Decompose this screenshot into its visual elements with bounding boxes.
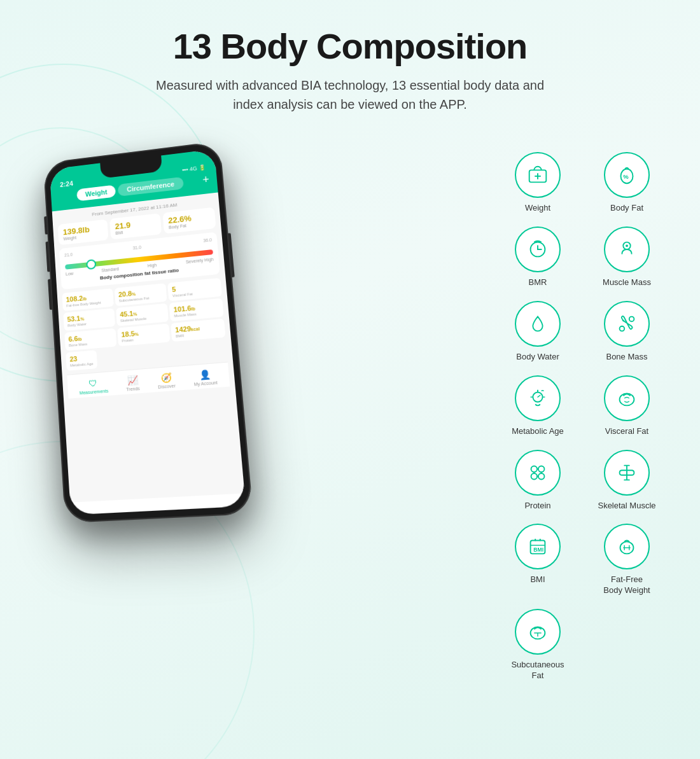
nav-discover-label: Discover [158, 384, 176, 389]
bmr-feature-label: BMR [529, 277, 547, 288]
app-body: From September 17, 2022 at 11:16 AM 139.… [52, 192, 245, 502]
bone-icon [615, 312, 639, 336]
svg-text:BMI: BMI [533, 547, 543, 553]
feature-visceral: Visceral Fat [592, 375, 662, 437]
visceral-icon-circle [604, 375, 650, 421]
phone-mockup: 2:24 ▪▪▪ 4G 🔋 Weight Circumference + Fro… [43, 141, 253, 523]
weight-stat: 139.8lb Weight [58, 219, 109, 245]
nav-account-label: My Account [193, 380, 218, 387]
protein-icon-circle [515, 450, 561, 496]
metabolic-feature-label: Metabolic Age [512, 426, 564, 437]
metric-muscle: 101.6lb Muscle Mass [169, 298, 224, 322]
bmi-stat: 21.9 BMI [109, 213, 162, 239]
water-feature-label: Body Water [516, 352, 559, 363]
feature-subcut: SubcutaneousFat [503, 609, 573, 681]
muscle-icon [615, 237, 639, 261]
water-icon [526, 312, 550, 336]
muscle-icon-circle [604, 226, 650, 272]
app-add-button[interactable]: + [202, 173, 209, 186]
bone-feature-label: Bone Mass [606, 352, 647, 363]
fatfree-feature-label: Fat-FreeBody Weight [603, 574, 650, 596]
metric-water: 53.1% Body Water [63, 308, 115, 331]
metric-skeletal: 45.1% Skeletal Muscle [116, 303, 169, 326]
gauge-high: High [148, 263, 157, 268]
bmr-icon [526, 237, 550, 261]
phone-button-vol-down [48, 279, 52, 310]
fatfree-icon-circle [604, 524, 650, 569]
svg-point-12 [531, 466, 538, 472]
feature-bodyfat: % Body Fat [592, 152, 662, 214]
measurements-icon: 🛡 [88, 378, 98, 389]
metric-bmr: 1429kcal BMR [171, 319, 225, 342]
account-icon: 👤 [199, 369, 211, 380]
nav-measurements[interactable]: 🛡 Measurements [79, 377, 109, 395]
bodyfat-icon-circle: % [604, 152, 650, 198]
weight-feature-label: Weight [525, 203, 550, 214]
gauge-pointer [86, 259, 96, 270]
fatfree-icon [615, 534, 639, 559]
nav-discover[interactable]: 🧭 Discover [157, 372, 176, 389]
svg-point-15 [538, 473, 545, 480]
phone-screen: 2:24 ▪▪▪ 4G 🔋 Weight Circumference + Fro… [50, 149, 246, 515]
feature-bmr: BMR [503, 226, 573, 288]
weight-icon-circle [515, 152, 561, 198]
bone-icon-circle [604, 301, 650, 347]
bmi-icon-circle: BMI [515, 524, 561, 569]
bodyfat-feature-label: Body Fat [610, 203, 643, 214]
bmr-icon-circle [515, 226, 561, 272]
metabolic-icon-circle [515, 375, 561, 421]
protein-feature-label: Protein [524, 501, 550, 512]
bodyfat-stat: 22.6% Body Fat [162, 207, 216, 234]
bmi-icon: BMI [526, 534, 550, 559]
svg-point-9 [629, 316, 634, 321]
page-title: 13 Body Composition [13, 25, 687, 67]
tab-circumference[interactable]: Circumference [118, 176, 183, 196]
subcut-feature-label: SubcutaneousFat [511, 660, 564, 681]
feature-metabolic: Metabolic Age [503, 375, 573, 437]
bmi-feature-label: BMI [530, 574, 545, 585]
nav-measurements-label: Measurements [80, 389, 109, 395]
feature-muscle: Muscle Mass [592, 226, 662, 288]
nav-trends[interactable]: 📈 Trends [125, 375, 140, 392]
phone-button-power [228, 233, 235, 277]
visceral-icon [615, 386, 639, 410]
page-header: 13 Body Composition Measured with advanc… [0, 0, 700, 127]
page-subtitle: Measured with advanced BIA technology, 1… [153, 76, 547, 114]
metric-bone: 6.6lb Bone Mass [64, 328, 116, 351]
svg-point-14 [531, 473, 538, 480]
features-grid: Weight % Body Fat BMR [503, 139, 662, 681]
metric-fat-free: 108.2lb Fat-free Body Weight [62, 288, 113, 311]
metric-metabolic-age: 23 Metabolic Age [66, 350, 97, 371]
feature-bmi: BMI BMI [503, 524, 573, 596]
discover-icon: 🧭 [160, 372, 172, 384]
muscle-feature-label: Muscle Mass [603, 277, 651, 288]
nav-account[interactable]: 👤 My Account [193, 368, 218, 386]
feature-weight: Weight [503, 152, 573, 214]
water-icon-circle [515, 301, 561, 347]
svg-point-7 [626, 244, 628, 247]
trends-icon: 📈 [127, 375, 138, 386]
gauge-severely-high: Severely High [186, 257, 214, 264]
nav-trends-label: Trends [126, 386, 140, 392]
svg-point-13 [538, 466, 545, 472]
phone-button-vol-up [46, 242, 50, 272]
metabolic-icon [526, 386, 550, 410]
bodyfat-icon: % [615, 163, 639, 187]
protein-icon [526, 461, 550, 485]
main-content: 2:24 ▪▪▪ 4G 🔋 Weight Circumference + Fro… [0, 127, 700, 681]
app-metrics-grid: 108.2lb Fat-free Body Weight 20.8% Subcu… [62, 278, 225, 351]
skeletal-icon-circle [604, 450, 650, 496]
svg-point-8 [620, 326, 625, 331]
phone-container: 2:24 ▪▪▪ 4G 🔋 Weight Circumference + Fro… [25, 146, 293, 515]
feature-protein: Protein [503, 450, 573, 512]
tab-weight[interactable]: Weight [76, 185, 116, 201]
metric-protein: 18.5% Protein [117, 323, 171, 346]
weight-icon [526, 163, 550, 187]
svg-point-11 [620, 393, 634, 405]
skeletal-feature-label: Skeletal Muscle [598, 501, 655, 512]
subcut-icon [526, 620, 550, 644]
subcut-icon-circle [515, 609, 561, 655]
metric-subcut: 20.8% Subcutaneous Fat [114, 283, 167, 306]
metric-visceral: 5 Visceral Fat [167, 278, 221, 302]
feature-fatfree: Fat-FreeBody Weight [592, 524, 662, 596]
